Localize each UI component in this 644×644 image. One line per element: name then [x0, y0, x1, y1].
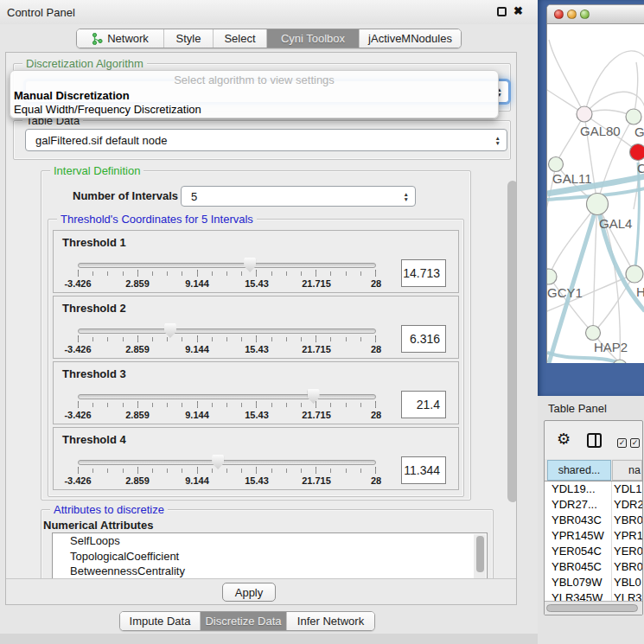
threshold-label: Threshold 4	[62, 433, 126, 446]
table-cell[interactable]: YBL079W	[552, 575, 609, 590]
network-node-label: GA	[634, 124, 644, 139]
list-item[interactable]: BetweennessCentrality	[53, 564, 487, 579]
network-node-label: H	[636, 284, 644, 299]
slider-scale-label: 28	[371, 344, 381, 354]
close-traffic-light-icon[interactable]	[554, 10, 564, 19]
table-cell[interactable]: YDR27...	[552, 497, 609, 513]
network-window-titlebar[interactable]	[547, 5, 644, 24]
threshold-value-field[interactable]: 14.713	[401, 259, 446, 287]
columns-icon[interactable]	[587, 433, 602, 448]
threshold-4-slider-track[interactable]	[78, 460, 376, 465]
network-node[interactable]	[586, 326, 601, 341]
table-cell[interactable]: YBR045C	[552, 559, 609, 575]
table-cell[interactable]: YBL0	[614, 575, 642, 590]
tab-network[interactable]: Network	[77, 29, 163, 48]
dropdown-option-manual-discretization[interactable]: Manual Discretization	[14, 89, 130, 102]
tab-label: Impute Data	[130, 615, 191, 628]
slider-scale-label: -3.426	[64, 475, 91, 486]
column-header-name[interactable]: na	[612, 460, 642, 481]
column-header-shared-name[interactable]: shared...	[547, 460, 611, 481]
number-of-intervals-combobox[interactable]: 5 ▲▼	[181, 186, 416, 207]
minimize-traffic-light-icon[interactable]	[567, 10, 577, 19]
tab-select[interactable]: Select	[213, 29, 266, 48]
slider-scale-label: 28	[371, 475, 381, 486]
threshold-1-slider-track[interactable]	[78, 263, 376, 268]
table-row[interactable]: YDR27...YDR2	[545, 497, 642, 513]
tab-cyni-toolbox[interactable]: Cyni Toolbox	[266, 29, 359, 48]
slider-scale-label: 28	[371, 410, 381, 420]
table-cell[interactable]: YDR2	[614, 497, 642, 513]
table-cell[interactable]: YBR0	[614, 513, 642, 528]
threshold-3-panel: Threshold 3 -3.4262.8599.14415.4321.7152…	[53, 361, 459, 424]
tab-jactivemnodules[interactable]: jActiveMNodules	[359, 29, 461, 48]
table-cell[interactable]: YDL1	[614, 481, 642, 497]
threshold-3-slider-track[interactable]	[78, 394, 376, 399]
table-cell[interactable]: YER054C	[552, 544, 609, 559]
table-row[interactable]: YBR045CYBR0	[545, 559, 642, 575]
tab-impute-data[interactable]: Impute Data	[120, 612, 200, 630]
tab-infer-network[interactable]: Infer Network	[286, 612, 374, 630]
network-view-window: GAL80GACGAL11GAL4GCY1HHAP2	[546, 4, 644, 363]
table-data-combobox[interactable]: galFiltered.sif default node ▲▼	[25, 129, 507, 151]
list-scrollbar[interactable]	[474, 534, 486, 581]
network-node[interactable]	[587, 194, 609, 215]
tab-discretize-data[interactable]: Discretize Data	[200, 612, 286, 630]
threshold-2-slider-track[interactable]	[78, 328, 376, 334]
tab-style[interactable]: Style	[163, 29, 213, 48]
checkbox-icon[interactable]: ✓	[630, 438, 640, 448]
slider-scale-label: 21.715	[302, 475, 331, 486]
threshold-value-field[interactable]: 6.316	[401, 325, 446, 353]
number-of-intervals-label: Number of Intervals	[73, 189, 178, 202]
slider-scale-label: -3.426	[64, 410, 91, 420]
slider-scale: -3.4262.8599.14415.4321.71528	[78, 344, 376, 354]
dropdown-option-equal-width-frequency[interactable]: Equal Width/Frequency Discretization	[14, 103, 201, 116]
gear-icon[interactable]: ⚙	[557, 430, 571, 449]
network-node[interactable]	[577, 106, 592, 122]
network-node[interactable]	[547, 269, 557, 284]
panel-vertical-scrollbar[interactable]	[507, 181, 517, 502]
network-node[interactable]	[626, 109, 641, 124]
attributes-to-discretize-group: Attributes to discretize Numerical Attri…	[41, 509, 494, 587]
float-window-icon[interactable]	[497, 7, 507, 16]
list-scrollbar-thumb[interactable]	[476, 536, 484, 572]
tab-label: Cyni Toolbox	[281, 32, 345, 45]
table-body: YDL19...YDL1YDR27...YDR2YBR043CYBR0YPR14…	[545, 481, 642, 615]
checkbox-icon[interactable]: ✓	[617, 438, 627, 448]
slider-scale-label: 2.859	[125, 410, 150, 420]
threshold-value-field[interactable]: 11.344	[401, 456, 446, 484]
table-cell[interactable]: YBR043C	[552, 513, 609, 528]
table-cell[interactable]: YPR1	[614, 528, 642, 544]
table-row[interactable]: YPR145WYPR1	[545, 528, 642, 544]
threshold-label: Threshold 1	[62, 236, 126, 249]
table-cell[interactable]: YER0	[614, 544, 642, 559]
slider-scale: -3.4262.8599.14415.4321.71528	[78, 475, 376, 486]
network-node-label: GAL4	[599, 216, 632, 231]
network-node[interactable]	[549, 157, 564, 172]
table-row[interactable]: YBR043CYBR0	[545, 513, 642, 528]
slider-scale-label: 9.144	[185, 278, 209, 289]
table-cell[interactable]: YBR0	[614, 559, 642, 575]
table-row[interactable]: YBL079WYBL0	[545, 575, 642, 590]
numerical-attributes-label: Numerical Attributes	[43, 519, 153, 532]
close-icon[interactable]: ✖	[513, 4, 523, 17]
table-horizontal-scrollbar[interactable]	[545, 601, 642, 615]
list-item[interactable]: TopologicalCoefficient	[53, 549, 487, 564]
list-item[interactable]: SelfLoops	[53, 533, 487, 549]
tab-label: Select	[224, 32, 255, 45]
table-row[interactable]: YDL19...YDL1	[545, 481, 642, 497]
network-node-label: C	[637, 161, 644, 175]
table-cell[interactable]: YDL19...	[552, 481, 609, 497]
slider-scale-label: 2.859	[125, 278, 150, 289]
network-edge	[556, 114, 584, 164]
network-canvas[interactable]: GAL80GACGAL11GAL4GCY1HHAP2	[547, 24, 644, 363]
scrollbar-thumb[interactable]	[546, 604, 638, 612]
table-row[interactable]: YER054CYER0	[545, 544, 642, 559]
threshold-value-field[interactable]: 21.4	[401, 391, 446, 418]
zoom-traffic-light-icon[interactable]	[580, 10, 590, 19]
algorithm-dropdown-popup: Select algorithm to view settings Manual…	[10, 70, 499, 118]
table-cell[interactable]: YPR145W	[552, 528, 609, 544]
network-node[interactable]	[630, 144, 644, 161]
apply-button[interactable]: Apply	[222, 583, 276, 602]
slider-scale: -3.4262.8599.14415.4321.71528	[78, 278, 376, 289]
network-node[interactable]	[626, 265, 643, 283]
